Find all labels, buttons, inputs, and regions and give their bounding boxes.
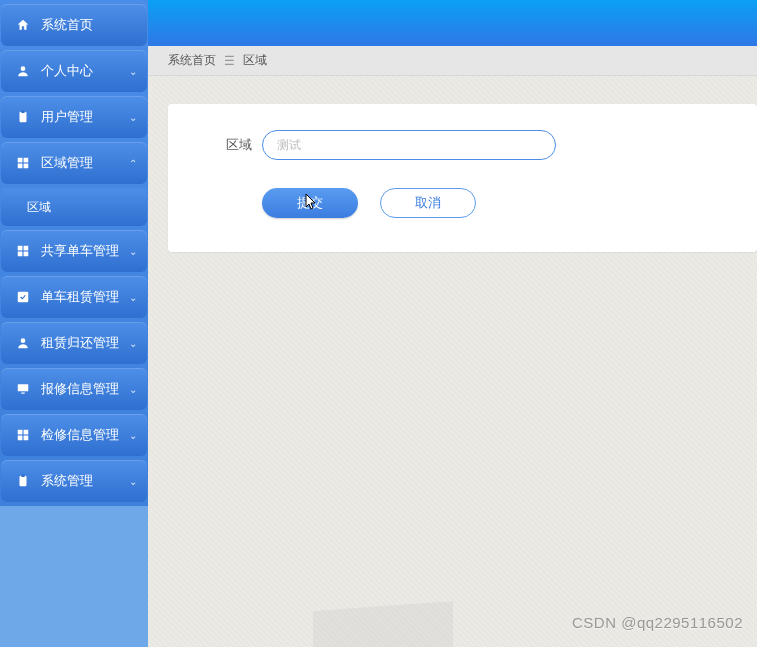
sidebar-item-label: 区域管理 <box>41 154 93 172</box>
svg-rect-4 <box>24 158 29 163</box>
sidebar-item-repair[interactable]: 报修信息管理 ⌄ <box>1 368 147 410</box>
svg-rect-18 <box>24 436 29 441</box>
svg-rect-1 <box>20 112 27 123</box>
cancel-button-label: 取消 <box>415 194 441 212</box>
svg-point-0 <box>21 66 26 71</box>
form-panel: 区域 提交 取消 <box>168 104 757 252</box>
home-icon <box>15 17 31 33</box>
chevron-down-icon: ⌄ <box>129 384 137 395</box>
sidebar-subitem-label: 区域 <box>27 199 51 216</box>
svg-rect-16 <box>24 430 29 435</box>
top-bar <box>148 0 757 46</box>
grid-icon <box>15 243 31 259</box>
chevron-down-icon: ⌄ <box>129 430 137 441</box>
submit-button[interactable]: 提交 <box>262 188 358 218</box>
sidebar-item-label: 共享单车管理 <box>41 242 119 260</box>
sidebar-subitem-region[interactable]: 区域 <box>1 188 147 226</box>
person-icon <box>15 63 31 79</box>
svg-rect-10 <box>24 252 29 257</box>
sidebar-filler <box>0 506 148 647</box>
sidebar-item-label: 报修信息管理 <box>41 380 119 398</box>
sidebar-item-inspection[interactable]: 检修信息管理 ⌄ <box>1 414 147 456</box>
clipboard-icon <box>15 109 31 125</box>
svg-point-12 <box>21 338 26 343</box>
watermark: CSDN @qq2295116502 <box>572 614 743 631</box>
chevron-down-icon: ⌄ <box>129 112 137 123</box>
breadcrumb-separator-icon: ☰ <box>224 54 235 68</box>
breadcrumb-home[interactable]: 系统首页 <box>168 52 216 69</box>
grid-icon <box>15 427 31 443</box>
sidebar-item-bike-share[interactable]: 共享单车管理 ⌄ <box>1 230 147 272</box>
region-input[interactable] <box>262 130 556 160</box>
sidebar-item-home[interactable]: 系统首页 <box>1 4 147 46</box>
svg-rect-15 <box>18 430 23 435</box>
decorative-shadow <box>313 601 453 647</box>
svg-rect-13 <box>18 384 29 391</box>
chevron-down-icon: ⌄ <box>129 246 137 257</box>
svg-rect-7 <box>18 246 23 251</box>
svg-rect-2 <box>21 111 25 113</box>
main-area: 系统首页 ☰ 区域 区域 提交 取消 CS <box>148 0 757 647</box>
chevron-up-icon: ⌃ <box>129 158 137 169</box>
breadcrumb: 系统首页 ☰ 区域 <box>148 46 757 76</box>
svg-rect-20 <box>21 475 25 477</box>
cancel-button[interactable]: 取消 <box>380 188 476 218</box>
chevron-down-icon: ⌄ <box>129 476 137 487</box>
button-row: 提交 取消 <box>208 188 717 218</box>
sidebar-item-profile[interactable]: 个人中心 ⌄ <box>1 50 147 92</box>
sidebar-item-label: 系统首页 <box>41 16 93 34</box>
svg-rect-19 <box>20 476 27 487</box>
svg-rect-17 <box>18 436 23 441</box>
chevron-down-icon: ⌄ <box>129 66 137 77</box>
sidebar-item-label: 用户管理 <box>41 108 93 126</box>
sidebar-item-bike-rent[interactable]: 单车租赁管理 ⌄ <box>1 276 147 318</box>
chevron-down-icon: ⌄ <box>129 338 137 349</box>
sidebar-item-label: 租赁归还管理 <box>41 334 119 352</box>
chevron-down-icon: ⌄ <box>129 292 137 303</box>
sidebar-item-rent-return[interactable]: 租赁归还管理 ⌄ <box>1 322 147 364</box>
svg-rect-8 <box>24 246 29 251</box>
breadcrumb-current: 区域 <box>243 52 267 69</box>
sidebar-item-region-mgmt[interactable]: 区域管理 ⌃ <box>1 142 147 184</box>
svg-rect-3 <box>18 158 23 163</box>
content-area: 区域 提交 取消 <box>148 76 757 647</box>
grid-icon <box>15 155 31 171</box>
sidebar-item-label: 单车租赁管理 <box>41 288 119 306</box>
svg-rect-9 <box>18 252 23 257</box>
person-icon <box>15 335 31 351</box>
svg-rect-11 <box>18 292 29 303</box>
region-label: 区域 <box>208 136 252 154</box>
svg-rect-6 <box>24 164 29 169</box>
sidebar-item-users[interactable]: 用户管理 ⌄ <box>1 96 147 138</box>
svg-rect-14 <box>21 393 25 394</box>
sidebar-item-system[interactable]: 系统管理 ⌄ <box>1 460 147 502</box>
check-icon <box>15 289 31 305</box>
sidebar-item-label: 系统管理 <box>41 472 93 490</box>
clipboard-icon <box>15 473 31 489</box>
sidebar-item-label: 个人中心 <box>41 62 93 80</box>
svg-rect-5 <box>18 164 23 169</box>
sidebar: 系统首页 个人中心 ⌄ 用户管理 ⌄ 区域管理 ⌃ 区域 <box>0 0 148 647</box>
submit-button-label: 提交 <box>297 194 323 212</box>
monitor-icon <box>15 381 31 397</box>
sidebar-item-label: 检修信息管理 <box>41 426 119 444</box>
form-row-region: 区域 <box>208 130 717 160</box>
